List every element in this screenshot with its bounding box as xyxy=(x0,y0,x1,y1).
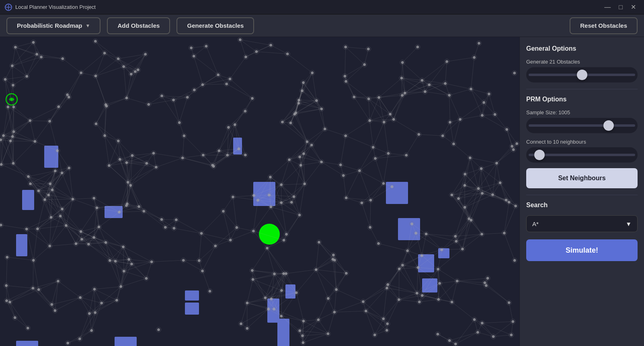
planner-dropdown-arrow: ▼ xyxy=(86,23,90,29)
minimize-button[interactable]: — xyxy=(601,2,614,12)
prm-options-section: PRM Options xyxy=(526,96,638,104)
svg-point-20 xyxy=(259,224,280,245)
right-panel: General Options Generate 21 Obstacles PR… xyxy=(519,37,644,346)
svg-rect-18 xyxy=(185,290,199,301)
network-visualization xyxy=(0,37,519,346)
search-value: A* xyxy=(532,220,539,227)
generate-obstacles-option: Generate 21 Obstacles xyxy=(526,59,638,82)
search-dropdown-arrow: ▼ xyxy=(626,220,632,227)
close-button[interactable]: ✕ xyxy=(628,2,639,12)
reset-obstacles-button[interactable]: Reset Obstacles xyxy=(570,17,638,34)
main-area: General Options Generate 21 Obstacles PR… xyxy=(0,37,644,346)
generate-obstacles-track xyxy=(529,74,635,76)
neighbours-track xyxy=(529,154,635,156)
sample-size-label: Sample Size: 1005 xyxy=(526,109,638,115)
svg-rect-19 xyxy=(185,303,199,315)
neighbours-label: Connect to 10 neighbours xyxy=(526,139,638,145)
app-title: Local Planner Visualization Project xyxy=(15,4,96,10)
svg-rect-5 xyxy=(16,234,27,256)
generate-obstacles-slider[interactable] xyxy=(526,67,638,82)
svg-rect-6 xyxy=(233,138,242,154)
search-title: Search xyxy=(526,202,638,209)
window-controls[interactable]: — □ ✕ xyxy=(601,2,639,12)
sample-size-option: Sample Size: 1005 xyxy=(526,109,638,133)
svg-rect-11 xyxy=(16,341,38,346)
svg-point-22 xyxy=(10,98,13,101)
sample-size-track xyxy=(529,124,635,127)
titlebar: Local Planner Visualization Project — □ … xyxy=(0,0,644,14)
svg-rect-12 xyxy=(115,337,137,346)
svg-rect-2 xyxy=(44,146,58,168)
svg-rect-15 xyxy=(418,254,434,272)
neighbours-slider[interactable] xyxy=(526,147,638,163)
maximize-button[interactable]: □ xyxy=(615,2,626,12)
generate-obstacles-label: Generate 21 Obstacles xyxy=(526,59,638,65)
search-dropdown[interactable]: A* ▼ xyxy=(526,215,638,232)
set-neighbours-button[interactable]: Set Neighbours xyxy=(526,168,638,188)
planner-label: Probabilistic Roadmap xyxy=(17,22,82,29)
divider-2 xyxy=(526,195,638,195)
svg-rect-14 xyxy=(398,218,420,240)
svg-rect-10 xyxy=(285,284,295,299)
neighbours-thumb[interactable] xyxy=(534,150,545,160)
generate-obstacles-button[interactable]: Generate Obstacles xyxy=(176,17,254,34)
planner-dropdown-button[interactable]: Probabilistic Roadmap ▼ xyxy=(6,17,100,34)
search-section: Search xyxy=(526,202,638,210)
titlebar-left: Local Planner Visualization Project xyxy=(5,4,96,11)
sample-size-slider[interactable] xyxy=(526,118,638,133)
svg-rect-3 xyxy=(105,206,123,218)
generate-obstacles-thumb[interactable] xyxy=(577,70,587,80)
general-options-title: General Options xyxy=(526,45,638,52)
app-icon xyxy=(5,4,12,11)
svg-rect-16 xyxy=(422,278,437,292)
svg-rect-7 xyxy=(253,182,275,206)
svg-rect-17 xyxy=(438,248,449,258)
divider-1 xyxy=(526,89,638,89)
simulate-button[interactable]: Simulate! xyxy=(526,239,638,261)
canvas-area[interactable] xyxy=(0,37,519,346)
toolbar: Probabilistic Roadmap ▼ Add Obstacles Ge… xyxy=(0,14,644,37)
general-options-section: General Options xyxy=(526,45,638,53)
sample-size-thumb[interactable] xyxy=(603,120,614,131)
prm-options-title: PRM Options xyxy=(526,96,638,103)
svg-rect-13 xyxy=(386,182,408,204)
svg-rect-9 xyxy=(277,319,289,346)
neighbours-option: Connect to 10 neighbours xyxy=(526,139,638,163)
svg-rect-4 xyxy=(22,190,34,210)
add-obstacles-button[interactable]: Add Obstacles xyxy=(107,17,170,34)
